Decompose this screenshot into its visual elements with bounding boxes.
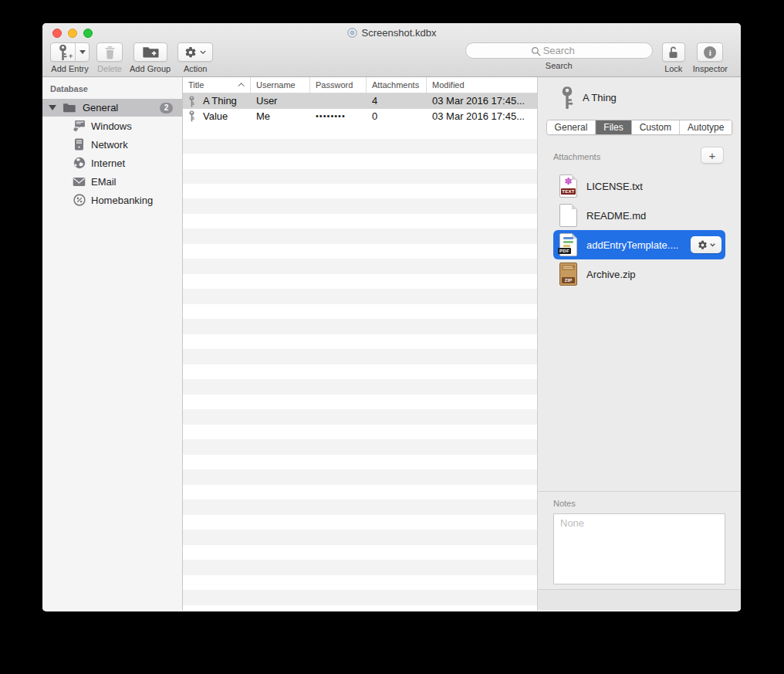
- window-title: Screenshot.kdbx: [362, 27, 437, 39]
- key-icon: [188, 110, 195, 122]
- desktop-background: Screenshot.kdbx + Add Entry: [0, 0, 784, 674]
- tab-files[interactable]: Files: [596, 120, 631, 134]
- delete-button[interactable]: [96, 42, 123, 62]
- document-icon: [347, 28, 357, 38]
- sidebar-item-windows[interactable]: Windows: [42, 117, 182, 135]
- entry-title: A Thing: [203, 95, 237, 107]
- add-entry-item: + Add Entry: [50, 42, 90, 73]
- lock-button[interactable]: [662, 42, 685, 62]
- zoom-window-button[interactable]: [83, 29, 93, 38]
- add-group-button[interactable]: [133, 42, 167, 62]
- dropdown-arrow-icon: [79, 50, 86, 54]
- key-plus-icon: +: [51, 43, 75, 61]
- pdf-file-icon: PDF: [559, 233, 577, 256]
- sidebar-item-email[interactable]: EMail: [42, 172, 182, 191]
- folder-plus-icon: [142, 46, 159, 59]
- table-empty-area: [183, 124, 537, 611]
- sidebar-item-label: Network: [91, 139, 128, 151]
- entry-table: Title Username Password Attachments Modi…: [183, 77, 537, 611]
- attachment-row-archive[interactable]: +ZIP Archive.zip: [553, 259, 725, 289]
- lock-item: Lock: [662, 42, 685, 73]
- lock-open-icon: [667, 46, 679, 59]
- sidebar-group-general[interactable]: General 2: [42, 99, 182, 117]
- homebanking-icon: [73, 194, 86, 206]
- column-header-title[interactable]: Title: [183, 77, 251, 93]
- inspector-footer: [538, 589, 741, 611]
- gear-icon: [698, 240, 708, 250]
- notes-label: Notes: [553, 499, 576, 508]
- info-icon: i: [704, 46, 716, 59]
- search-input[interactable]: [466, 43, 652, 58]
- attachments-label: Attachments: [553, 152, 600, 161]
- traffic-lights: [52, 29, 93, 38]
- sidebar-item-homebanking[interactable]: Homebanking: [42, 191, 182, 209]
- attachment-row-template[interactable]: PDF addEntryTemplate....: [553, 230, 725, 259]
- inspector-entry-title: A Thing: [583, 92, 617, 103]
- entry-attachments-count: 0: [367, 110, 427, 122]
- attachment-list: ✽TEXT LICENSE.txt README.md PDF: [553, 171, 725, 289]
- inspector-item: i Inspector: [693, 42, 728, 73]
- entry-username: User: [251, 95, 310, 107]
- search-label: Search: [546, 61, 573, 70]
- attachment-row-readme[interactable]: README.md: [553, 201, 725, 230]
- network-icon: [73, 138, 86, 151]
- column-header-password[interactable]: Password: [310, 77, 367, 93]
- add-entry-dropdown[interactable]: [75, 43, 89, 61]
- table-row[interactable]: Value Me •••••••• 0 03 Mar 2016 17:45...: [183, 109, 537, 124]
- column-header-username[interactable]: Username: [251, 77, 310, 93]
- lock-label: Lock: [664, 64, 682, 73]
- sidebar-item-label: EMail: [91, 176, 117, 188]
- divider: [538, 491, 741, 492]
- add-attachment-button[interactable]: +: [701, 147, 724, 164]
- add-entry-label: Add Entry: [51, 64, 88, 73]
- entry-modified: 03 Mar 2016 17:45...: [427, 95, 537, 107]
- add-group-label: Add Group: [130, 64, 171, 73]
- windows-icon: [73, 120, 86, 132]
- folder-icon: [63, 103, 76, 113]
- action-label: Action: [184, 64, 208, 73]
- inspector-label: Inspector: [693, 64, 728, 73]
- entry-attachments-count: 4: [367, 95, 427, 107]
- entry-modified: 03 Mar 2016 17:45...: [427, 110, 537, 122]
- tab-general[interactable]: General: [547, 120, 596, 134]
- attachment-name: LICENSE.txt: [586, 181, 643, 192]
- column-header-attachments[interactable]: Attachments: [367, 77, 427, 93]
- content-area: Database General 2 Windows: [42, 77, 741, 611]
- entry-username: Me: [251, 110, 310, 122]
- sidebar: Database General 2 Windows: [42, 77, 183, 611]
- chevron-down-icon: [200, 50, 206, 55]
- action-button[interactable]: [177, 42, 213, 62]
- add-entry-button[interactable]: +: [50, 42, 90, 62]
- delete-item: Delete: [96, 42, 123, 73]
- chevron-down-icon: [710, 243, 715, 247]
- tab-custom[interactable]: Custom: [632, 120, 680, 134]
- notes-input[interactable]: [553, 513, 725, 584]
- inspector-tabs: General Files Custom Autotype: [546, 120, 733, 135]
- table-row[interactable]: A Thing User 4 03 Mar 2016 17:45...: [183, 93, 537, 109]
- column-header-modified[interactable]: Modified: [427, 77, 537, 93]
- text-file-icon: ✽TEXT: [559, 174, 577, 198]
- toolbar: + Add Entry Delete: [42, 42, 741, 77]
- close-window-button[interactable]: [52, 29, 62, 38]
- sidebar-item-label: Internet: [91, 157, 125, 169]
- disclosure-triangle-icon[interactable]: [49, 105, 56, 110]
- entry-title: Value: [203, 110, 228, 122]
- entry-password: ••••••••: [310, 111, 367, 120]
- sidebar-item-network[interactable]: Network: [42, 135, 182, 154]
- app-window: Screenshot.kdbx + Add Entry: [42, 23, 741, 611]
- internet-icon: [73, 157, 86, 169]
- search-item: Search: [465, 42, 653, 70]
- document-file-icon: [559, 204, 577, 227]
- attachment-action-button[interactable]: [691, 236, 721, 253]
- action-item: Action: [177, 42, 213, 73]
- attachment-name: Archive.zip: [586, 269, 636, 280]
- sort-ascending-icon: [238, 83, 244, 89]
- minimize-window-button[interactable]: [68, 29, 77, 38]
- search-field[interactable]: [465, 42, 653, 59]
- sidebar-item-internet[interactable]: Internet: [42, 154, 182, 172]
- attachment-row-license[interactable]: ✽TEXT LICENSE.txt: [553, 171, 725, 201]
- key-icon: [559, 86, 575, 109]
- trash-icon: [104, 46, 116, 59]
- tab-autotype[interactable]: Autotype: [680, 120, 732, 134]
- inspector-button[interactable]: i: [697, 42, 723, 62]
